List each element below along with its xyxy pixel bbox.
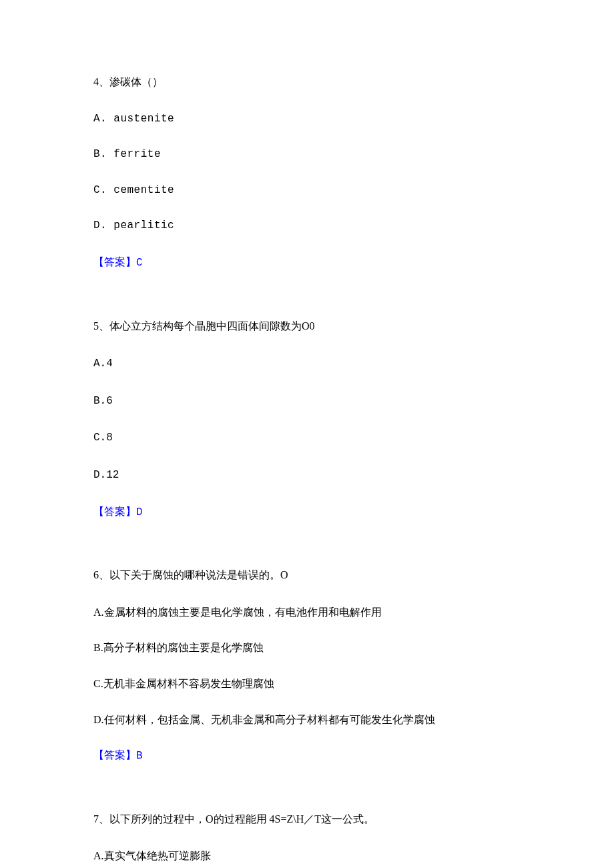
q5-text: 5、体心立方结构每个晶胞中四面体间隙数为O0 [93, 318, 521, 335]
q5-option-b: B.6 [93, 392, 521, 410]
q5-option-c: C.8 [93, 428, 521, 447]
q4-text: 4、渗碳体（） [93, 73, 521, 91]
q6-option-b: B.高分子材料的腐蚀主要是化学腐蚀 [93, 639, 521, 657]
q6-option-d: D.任何材料，包括金属、无机非金属和高分子材料都有可能发生化学腐蚀 [93, 711, 521, 729]
question-5: 5、体心立方结构每个晶胞中四面体间隙数为O0 A.4 B.6 C.8 D.12 … [93, 318, 521, 522]
q5-option-a: A.4 [93, 354, 521, 373]
q4-option-c: C. cementite [93, 182, 521, 199]
q7-option-a: A.真实气体绝热可逆膨胀 [93, 847, 521, 865]
q4-option-a: A. austenite [93, 111, 521, 128]
spacer [93, 784, 521, 811]
q5-answer-label: 【答案】 [93, 506, 136, 517]
question-6: 6、以下关于腐蚀的哪种说法是错误的。O A.金属材料的腐蚀主要是电化学腐蚀，有电… [93, 566, 521, 765]
q4-answer-value: C [136, 257, 143, 269]
q4-answer: 【答案】C [93, 254, 521, 272]
spacer [93, 291, 521, 318]
q6-answer-value: B [136, 750, 143, 762]
q6-option-a: A.金属材料的腐蚀主要是电化学腐蚀，有电池作用和电解作用 [93, 604, 521, 621]
q6-option-c: C.无机非金属材料不容易发生物理腐蚀 [93, 675, 521, 693]
q4-answer-label: 【答案】 [93, 256, 136, 268]
q6-answer: 【答案】B [93, 747, 521, 765]
q7-text: 7、以下所列的过程中，O的过程能用 4S=Z\H／T这一公式。 [93, 811, 521, 828]
spacer [93, 540, 521, 566]
q5-answer-value: D [136, 506, 143, 518]
q5-option-d: D.12 [93, 466, 521, 484]
q5-answer: 【答案】D [93, 503, 521, 522]
question-4: 4、渗碳体（） A. austenite B. ferrite C. cemen… [93, 73, 521, 272]
question-7: 7、以下所列的过程中，O的过程能用 4S=Z\H／T这一公式。 A.真实气体绝热… [93, 811, 521, 865]
q6-text: 6、以下关于腐蚀的哪种说法是错误的。O [93, 566, 521, 584]
q4-option-d: D. pearlitic [93, 218, 521, 235]
q6-answer-label: 【答案】 [93, 749, 136, 761]
q4-option-b: B. ferrite [93, 146, 521, 163]
